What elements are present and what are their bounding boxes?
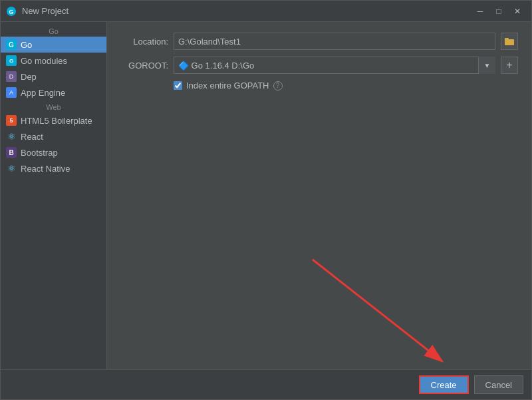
index-gopath-checkbox[interactable] <box>174 81 182 90</box>
svg-rect-3 <box>505 38 509 41</box>
location-row: Location: <box>120 33 518 50</box>
create-button[interactable]: Create <box>419 375 469 394</box>
go-modules-icon: G <box>6 55 17 66</box>
dialog-footer: Create Cancel <box>1 369 531 399</box>
close-button[interactable]: ✕ <box>509 4 526 19</box>
sidebar-group-go: Go <box>1 25 106 37</box>
dialog-body: Go G Go G Go modules D Dep A App Engine <box>1 22 531 369</box>
goroot-select[interactable]: 🔷 Go 1.16.4 D:\Go <box>174 57 495 74</box>
sidebar-group-web: Web <box>1 100 106 112</box>
index-gopath-label[interactable]: Index entire GOPATH <box>186 81 269 91</box>
sidebar-item-react[interactable]: ⚛ React <box>1 128 106 144</box>
location-browse-button[interactable] <box>501 33 518 50</box>
sidebar-item-go-modules-label: Go modules <box>21 56 67 66</box>
sidebar-item-react-native-label: React Native <box>21 164 70 174</box>
sidebar-item-go-label: Go <box>21 40 32 50</box>
goroot-select-wrapper: 🔷 Go 1.16.4 D:\Go ▼ <box>174 57 495 74</box>
sidebar-item-app-engine-label: App Engine <box>21 88 65 98</box>
window-title: New Project <box>22 6 471 16</box>
sidebar-item-html5[interactable]: 5 HTML5 Boilerplate <box>1 112 106 128</box>
title-bar: G New Project ─ □ ✕ <box>1 1 531 22</box>
help-icon[interactable]: ? <box>273 81 283 91</box>
cancel-button[interactable]: Cancel <box>474 375 523 394</box>
sidebar-item-app-engine[interactable]: A App Engine <box>1 85 106 100</box>
svg-text:G: G <box>9 9 13 15</box>
goroot-label: GOROOT: <box>120 61 168 71</box>
sidebar-item-html5-label: HTML5 Boilerplate <box>21 116 92 126</box>
maximize-button[interactable]: □ <box>490 4 507 19</box>
go-icon: G <box>6 39 17 50</box>
sidebar-item-bootstrap-label: Bootstrap <box>21 148 58 158</box>
dep-icon: D <box>6 71 17 82</box>
sidebar-item-react-native[interactable]: ⚛ React Native <box>1 160 106 176</box>
goroot-add-button[interactable]: + <box>501 57 518 74</box>
sidebar-item-dep[interactable]: D Dep <box>1 69 106 85</box>
bootstrap-icon: B <box>6 147 17 158</box>
html5-icon: 5 <box>6 115 17 126</box>
react-native-icon: ⚛ <box>6 163 17 174</box>
sidebar-item-go[interactable]: G Go <box>1 37 106 53</box>
title-bar-controls: ─ □ ✕ <box>471 4 526 19</box>
react-icon: ⚛ <box>6 131 17 142</box>
goroot-row: GOROOT: 🔷 Go 1.16.4 D:\Go ▼ + <box>120 57 518 74</box>
minimize-button[interactable]: ─ <box>471 4 489 19</box>
checkbox-row: Index entire GOPATH ? <box>120 81 518 91</box>
new-project-dialog: G New Project ─ □ ✕ Go G Go G Go m <box>0 0 532 400</box>
app-engine-icon: A <box>6 87 17 98</box>
sidebar-item-react-label: React <box>21 132 43 142</box>
sidebar-item-dep-label: Dep <box>21 72 37 82</box>
app-icon: G <box>6 6 17 17</box>
content-spacer <box>120 97 518 359</box>
location-input[interactable] <box>174 33 495 50</box>
sidebar-item-go-modules[interactable]: G Go modules <box>1 53 106 69</box>
location-label: Location: <box>120 37 168 47</box>
main-content: Location: GOROOT: 🔷 Go 1.16.4 D:\ <box>107 22 531 369</box>
sidebar: Go G Go G Go modules D Dep A App Engine <box>1 22 107 369</box>
sidebar-item-bootstrap[interactable]: B Bootstrap <box>1 144 106 160</box>
folder-icon <box>505 37 514 45</box>
